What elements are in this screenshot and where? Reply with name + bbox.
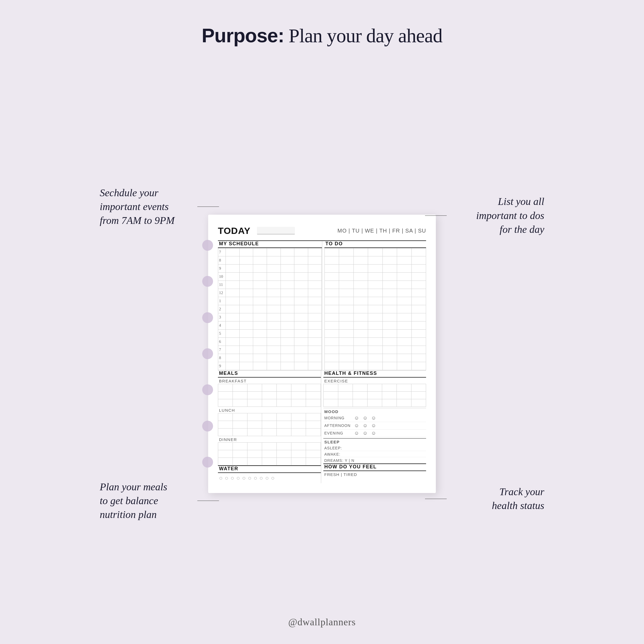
awake-row: AWAKE: [323, 451, 426, 457]
planner-header: TODAY MO | TU | WE | TH | FR | SA | SU [218, 226, 426, 236]
sleep-header: SLEEP [323, 439, 426, 445]
water-separator: WATER ○ ○ ○ ○ ○ ○ ○ ○ ○ ○ [218, 465, 321, 483]
hour-1: 1 [218, 297, 226, 305]
hour-11: 11 [218, 281, 226, 289]
drop-3: ○ [231, 475, 234, 482]
connector-line-right-top [425, 215, 447, 216]
asleep-row: ASLEEP: [323, 445, 426, 451]
drop-4: ○ [236, 475, 240, 482]
planner-page: TODAY MO | TU | WE | TH | FR | SA | SU M… [208, 215, 436, 493]
water-header: WATER [218, 466, 321, 473]
todo-grid [324, 248, 426, 370]
hour-8b: 8 [218, 354, 226, 362]
feel-options: FRESH | TIRED [323, 471, 426, 477]
todo-section: TO DO [322, 241, 426, 370]
exercise-grid [323, 384, 426, 407]
mood-evening-icons: ☺ ☺ ☺ [354, 430, 377, 436]
bottom-sections: MEALS BREAKFAST LUNCH DINNER [218, 370, 426, 483]
hour-8: 8 [218, 256, 226, 265]
health-fitness-header: HEALTH & FITNESS [323, 371, 426, 378]
drop-2: ○ [225, 475, 228, 482]
hour-9: 9 [218, 265, 226, 273]
connector-line-right-bottom [425, 499, 447, 499]
days-row: MO | TU | WE | TH | FR | SA | SU [337, 228, 426, 234]
hour-9b: 9 [218, 362, 226, 370]
sleep-section: SLEEP ASLEEP: AWAKE: DREAMS: Y | N [323, 438, 426, 463]
mood-afternoon-row: AFTERNOON ☺ ☺ ☺ [323, 422, 426, 430]
annotation-meals: Plan your meals to get balance nutrition… [100, 480, 203, 522]
breakfast-grid [218, 384, 321, 407]
drop-8: ○ [259, 475, 263, 482]
today-label: TODAY [218, 226, 250, 236]
schedule-todo-section: MY SCHEDULE 7 8 9 10 11 12 1 [218, 240, 426, 370]
hour-5: 5 [218, 330, 226, 338]
mood-morning-icons: ☺ ☺ ☺ [354, 415, 377, 421]
page-title: Purpose: Plan your day ahead [202, 24, 442, 47]
dinner-grid [218, 442, 321, 465]
drop-10: ○ [271, 475, 275, 482]
title-bold: Purpose: [202, 25, 284, 46]
mood-evening-label: EVENING [324, 431, 354, 435]
health-section: HEALTH & FITNESS EXERCISE MOOD MORNING ☺… [321, 371, 426, 483]
annotation-group-right-bottom: Track your health status [441, 479, 544, 518]
hour-4: 4 [218, 321, 226, 330]
footer-credit: @dwallplanners [288, 616, 356, 628]
annotation-group-left-top: Sechdule your important events from 7AM … [100, 181, 203, 233]
hour-7b: 7 [218, 346, 226, 354]
annotation-todos: List you all important to dos for the da… [441, 195, 544, 236]
schedule-grid: 7 8 9 10 11 12 1 2 3 [218, 248, 322, 370]
cell [226, 248, 240, 256]
hour-3: 3 [218, 313, 226, 321]
date-input[interactable] [257, 227, 295, 234]
mood-afternoon-icons: ☺ ☺ ☺ [354, 423, 377, 429]
lunch-grid [218, 413, 321, 436]
hour-10: 10 [218, 273, 226, 281]
breakfast-label: BREAKFAST [218, 378, 321, 384]
side-left: Sechdule your important events from 7AM … [78, 130, 208, 577]
mood-evening-row: EVENING ☺ ☺ ☺ [323, 430, 426, 437]
dreams-row: DREAMS: Y | N [323, 457, 426, 463]
mood-morning-row: MORNING ☺ ☺ ☺ [323, 414, 426, 422]
side-right: List you all important to dos for the da… [436, 130, 566, 577]
annotation-group-right-top: List you all important to dos for the da… [441, 189, 544, 242]
annotation-health: Track your health status [441, 485, 544, 513]
annotation-schedule: Sechdule your important events from 7AM … [100, 186, 203, 228]
hour-12: 12 [218, 289, 226, 297]
my-schedule-header: MY SCHEDULE [218, 241, 322, 248]
connector-line-left-bottom [197, 501, 219, 501]
mood-section: MOOD MORNING ☺ ☺ ☺ AFTERNOON ☺ ☺ ☺ EVENI… [323, 408, 426, 437]
how-do-you-feel-header: HOW DO YOU FEEL [323, 464, 426, 471]
mood-afternoon-label: AFTERNOON [324, 423, 354, 428]
drop-7: ○ [254, 475, 257, 482]
meals-section: MEALS BREAKFAST LUNCH DINNER [218, 371, 321, 483]
drop-1: ○ [219, 475, 223, 482]
drop-6: ○ [248, 475, 251, 482]
title-light: Plan your day ahead [284, 25, 442, 47]
dinner-label: DINNER [218, 436, 321, 442]
drop-9: ○ [265, 475, 269, 482]
feel-section: HOW DO YOU FEEL FRESH | TIRED [323, 463, 426, 477]
mood-morning-label: MORNING [324, 416, 354, 420]
drop-5: ○ [242, 475, 246, 482]
main-area: Sechdule your important events from 7AM … [0, 63, 644, 644]
todo-header: TO DO [324, 241, 426, 248]
lunch-label: LUNCH [218, 407, 321, 413]
annotation-group-left-bottom: Plan your meals to get balance nutrition… [100, 475, 203, 527]
mood-label: MOOD [323, 408, 426, 414]
water-drop-icons: ○ ○ ○ ○ ○ ○ ○ ○ ○ ○ [218, 473, 321, 483]
schedule-section: MY SCHEDULE 7 8 9 10 11 12 1 [218, 241, 322, 370]
hour-6: 6 [218, 338, 226, 346]
exercise-label: EXERCISE [323, 378, 426, 384]
hour-7: 7 [218, 248, 226, 256]
meals-header: MEALS [218, 371, 321, 378]
hour-2: 2 [218, 305, 226, 313]
